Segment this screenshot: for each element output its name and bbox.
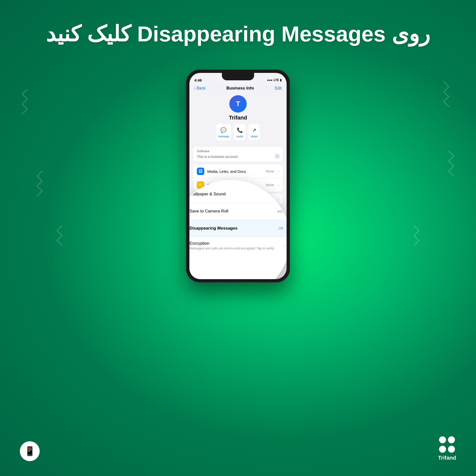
encryption-chevron-icon: › [283, 243, 285, 248]
media-icon: 🖼 [197, 168, 204, 175]
disappearing-right: Off › [278, 226, 285, 231]
business-account-text: This is a business account. [197, 155, 238, 159]
wallpaper-label-container: Wallpaper & Sound [189, 192, 275, 197]
nav-bar: ‹ Back Business Info Edit [189, 84, 287, 93]
message-button[interactable]: 💬 message [216, 124, 231, 140]
disappearing-value: Off [278, 226, 283, 230]
audio-button[interactable]: 📞 audio [234, 124, 245, 140]
share-label: share [251, 135, 258, 138]
info-description: This is a business account. ⓘ [197, 154, 279, 159]
encryption-item[interactable]: 🔒 Encryption Messages and calls are end-… [189, 237, 287, 254]
info-icon[interactable]: ⓘ [275, 154, 279, 159]
save-value: ault [277, 209, 283, 213]
status-icons: ●●● LTE ▮ [267, 78, 282, 82]
audio-label: audio [237, 135, 243, 138]
starred-value: None [266, 183, 274, 187]
profile-section: T Trifand 💬 message 📞 audio ↗ share [189, 93, 287, 144]
wallpaper-chevron-icon: › [283, 192, 285, 196]
back-label: Back [197, 86, 206, 90]
encryption-right: › [283, 243, 285, 248]
phone-shell: 4:46 ●●● LTE ▮ ‹ Back Business Info Edit [186, 69, 290, 283]
info-card: Software This is a business account. ⓘ [193, 147, 283, 162]
media-links-docs-item[interactable]: 🖼 Media, Links, and Docs None › [193, 165, 283, 178]
media-value: None [266, 169, 274, 173]
encryption-label: Encryption [189, 241, 280, 246]
profile-name: Trifand [229, 115, 247, 121]
save-label: Save to Camera Roll [189, 209, 274, 214]
phone-mockup: 4:46 ●●● LTE ▮ ‹ Back Business Info Edit [186, 69, 290, 283]
back-chevron-icon: ‹ [194, 86, 196, 90]
disappearing-label: Disappearing Messages [189, 226, 275, 231]
message-icon: 💬 [220, 126, 227, 134]
encryption-sublabel: Messages and calls are end-to-end encryp… [189, 246, 280, 250]
battery-icon: ▮ [280, 78, 282, 82]
message-label: message [218, 135, 229, 138]
disappearing-messages-item[interactable]: ⏱ Disappearing Messages Off › [189, 220, 287, 237]
save-camera-roll-item[interactable]: 📥 Save to Camera Roll ault › [189, 203, 287, 220]
avatar: T [229, 95, 247, 113]
encryption-label-container: Encryption Messages and calls are end-to… [189, 241, 280, 250]
back-button[interactable]: ‹ Back [194, 86, 206, 90]
zoom-content: 🎨 Wallpaper & Sound No › 📥 Save to Camer… [189, 181, 287, 254]
mute-chevron-icon: › [278, 197, 279, 201]
save-chevron-icon: › [283, 209, 285, 213]
info-category: Software [197, 149, 279, 153]
wallpaper-label: Wallpaper & Sound [189, 192, 275, 197]
phone-notch [222, 73, 254, 80]
disappearing-label-container: Disappearing Messages [189, 226, 275, 231]
starred-chevron-icon: › [278, 183, 279, 187]
network-label: LTE [273, 78, 279, 82]
action-buttons: 💬 message 📞 audio ↗ share [216, 124, 260, 140]
media-chevron-icon: › [278, 169, 279, 173]
signal-icon: ●●● [267, 78, 272, 82]
status-time: 4:46 [194, 78, 202, 82]
disappearing-chevron-icon: › [283, 226, 285, 231]
trifand-logo: Trifand [438, 436, 456, 461]
nav-title: Business Info [226, 86, 254, 91]
bottom-phone-icon-container: 📱 [20, 441, 40, 461]
save-label-container: Save to Camera Roll [189, 209, 274, 214]
share-button[interactable]: ↗ share [248, 124, 260, 140]
page-title: روی Disappearing Messages کلیک کنید [0, 20, 476, 48]
edit-button[interactable]: Edit [275, 86, 282, 90]
media-label: Media, Links, and Docs [207, 169, 263, 174]
audio-icon: 📞 [236, 126, 243, 134]
share-icon: ↗ [250, 126, 258, 134]
phone-icon: 📱 [24, 446, 35, 456]
brand-name: Trifand [438, 455, 456, 461]
save-right: ault › [277, 209, 285, 213]
phone-screen: 4:46 ●●● LTE ▮ ‹ Back Business Info Edit [189, 73, 287, 279]
